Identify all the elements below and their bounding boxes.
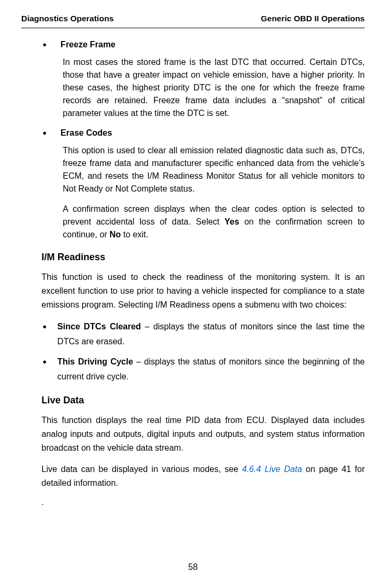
freeze-frame-body: In most cases the stored frame is the la…: [63, 56, 365, 120]
bullet-dot-icon: ●: [43, 39, 47, 51]
bullet-since-dtcs: ● Since DTCs Cleared – displays the stat…: [21, 319, 365, 349]
bullet-label: Since DTCs Cleared: [57, 322, 141, 331]
bullet-dot-icon: ●: [43, 354, 47, 384]
section-live-data: Live Data: [41, 395, 365, 406]
bullet-this-driving-cycle: ● This Driving Cycle – displays the stat…: [21, 354, 365, 384]
live-data-p2: Live data can be displayed in various mo…: [41, 462, 365, 490]
bullet-freeze-frame: ● Freeze Frame: [21, 39, 365, 51]
page-header: Diagnostics Operations Generic OBD II Op…: [21, 14, 365, 28]
page-number: 58: [0, 562, 386, 572]
bullet-erase-codes: ● Erase Codes: [21, 127, 365, 139]
cross-reference-link[interactable]: 4.6.4 Live Data: [242, 465, 302, 474]
header-left: Diagnostics Operations: [21, 14, 114, 23]
text-span: to exit.: [121, 230, 148, 239]
erase-codes-body-1: This option is used to clear all emissio…: [63, 144, 365, 195]
section-im-readiness: I/M Readiness: [41, 252, 365, 263]
text-span: Live data can be displayed in various mo…: [41, 465, 242, 474]
bullet-dot-icon: ●: [43, 127, 47, 139]
live-data-p1: This function displays the real time PID…: [41, 413, 365, 455]
no-label: No: [110, 230, 121, 239]
bullet-body: Since DTCs Cleared – displays the status…: [57, 319, 365, 349]
header-right: Generic OBD II Operations: [261, 14, 365, 23]
trailing-dot: .: [41, 498, 365, 507]
page-content: ● Freeze Frame In most cases the stored …: [21, 28, 365, 507]
bullet-body: This Driving Cycle – displays the status…: [57, 354, 365, 384]
yes-label: Yes: [224, 217, 239, 226]
bullet-label: This Driving Cycle: [57, 357, 133, 366]
bullet-heading: Erase Codes: [61, 127, 112, 139]
erase-codes-body-2: A confirmation screen displays when the …: [63, 203, 365, 241]
bullet-dot-icon: ●: [43, 319, 47, 349]
bullet-heading: Freeze Frame: [61, 39, 115, 51]
im-readiness-intro: This function is used to check the readi…: [41, 270, 365, 312]
